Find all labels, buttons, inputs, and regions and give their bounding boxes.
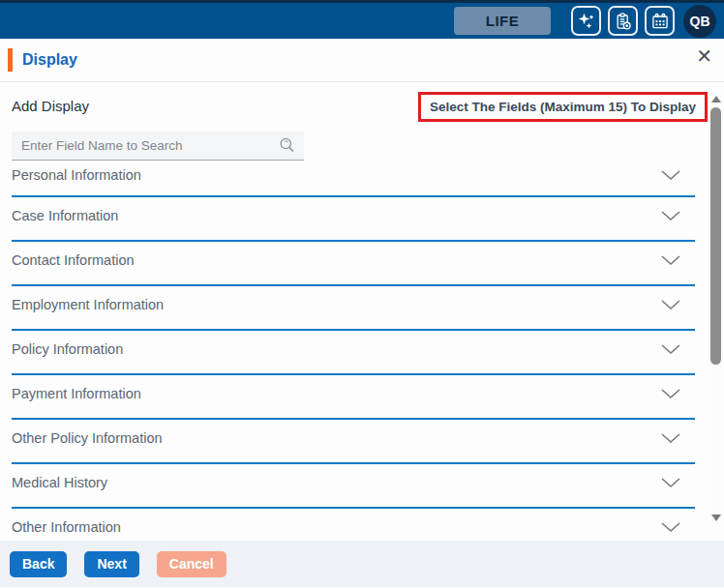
accordion-section[interactable]: Medical History: [12, 464, 695, 509]
accordion-section-label: Personal Information: [12, 167, 141, 183]
fields-maximum-notice: Select The Fields (Maximum 15) To Displa…: [418, 92, 708, 122]
title-accent-bar: [8, 48, 13, 72]
chevron-down-icon[interactable]: [660, 388, 681, 399]
chevron-down-icon[interactable]: [660, 432, 681, 444]
close-icon[interactable]: ✕: [696, 46, 712, 66]
accordion-section[interactable]: Other Information: [12, 509, 695, 549]
calendar-button[interactable]: [645, 6, 675, 36]
panel-header: Display ✕: [0, 39, 724, 82]
life-button[interactable]: LIFE: [454, 7, 551, 35]
display-dialog: LIFE: [0, 0, 724, 588]
accordion-section[interactable]: Case Information: [12, 197, 695, 242]
accordion-section-label: Other Information: [12, 519, 121, 535]
accordion-section-label: Contact Information: [12, 252, 135, 268]
page-title: Display: [22, 51, 77, 69]
search-input[interactable]: [21, 138, 278, 153]
clipboard-add-icon: [614, 12, 633, 31]
chevron-down-icon[interactable]: [660, 210, 681, 221]
scrollbar-thumb[interactable]: [710, 107, 721, 365]
chevron-down-icon[interactable]: [660, 169, 681, 181]
add-display-label: Add Display: [12, 92, 89, 114]
chevron-down-icon[interactable]: [660, 343, 681, 355]
search-icon[interactable]: [278, 136, 296, 155]
next-button[interactable]: Next: [84, 551, 138, 577]
field-search-box: [12, 132, 304, 161]
sparkles-icon: [577, 12, 596, 31]
accordion-section[interactable]: Payment Information: [12, 375, 695, 420]
sparkles-button[interactable]: [571, 6, 601, 36]
cancel-button[interactable]: Cancel: [157, 551, 226, 577]
user-avatar[interactable]: QB: [683, 5, 716, 38]
notes-button[interactable]: [608, 6, 638, 36]
accordion-section-label: Other Policy Information: [12, 430, 163, 446]
scroll-down-arrow-icon[interactable]: [711, 514, 721, 521]
accordion-section-label: Employment Information: [12, 297, 164, 312]
accordion-section[interactable]: Personal Information: [12, 161, 695, 197]
chevron-down-icon[interactable]: [660, 299, 681, 310]
scroll-up-arrow-icon[interactable]: [711, 96, 721, 103]
accordion-section[interactable]: Employment Information: [12, 286, 695, 331]
accordion-section-label: Case Information: [12, 208, 118, 223]
calendar-icon: [650, 12, 670, 31]
sections-list: Personal Information Case Information Co…: [12, 161, 695, 549]
accordion-section-label: Payment Information: [12, 386, 141, 401]
chevron-down-icon[interactable]: [660, 521, 681, 533]
chevron-down-icon[interactable]: [660, 477, 681, 488]
chevron-down-icon[interactable]: [660, 254, 681, 266]
accordion-section[interactable]: Policy Information: [12, 331, 695, 375]
top-navigation-bar: LIFE: [0, 0, 724, 39]
back-button[interactable]: Back: [10, 551, 67, 577]
accordion-section-label: Policy Information: [12, 341, 123, 357]
accordion-section[interactable]: Contact Information: [12, 242, 695, 286]
accordion-section-label: Medical History: [12, 475, 107, 490]
dialog-content: Add Display Select The Fields (Maximum 1…: [0, 82, 724, 541]
vertical-scrollbar: [709, 92, 722, 527]
accordion-section[interactable]: Other Policy Information: [12, 420, 695, 464]
